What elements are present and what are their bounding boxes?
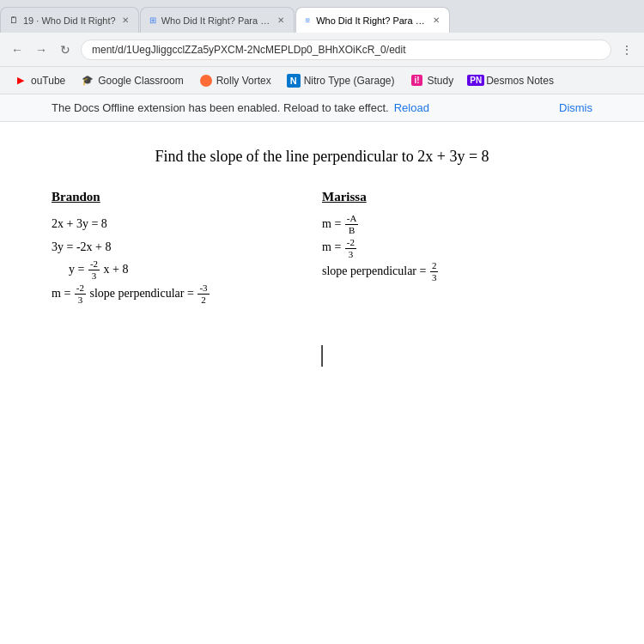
marissa-name: Marissa xyxy=(322,190,592,204)
back-button[interactable]: ← xyxy=(7,39,27,60)
brandon-frac2: -2 3 xyxy=(75,283,86,306)
dismiss-button[interactable]: Dismis xyxy=(559,101,592,114)
address-bar-row: ← → ↻ ment/d/1UegJliggcclZZa5yPXCM-2NcME… xyxy=(0,33,644,67)
brandon-line1: 2x + 3y = 8 xyxy=(52,213,322,236)
bookmark-study-label: Study xyxy=(428,75,454,87)
marissa-line1-prefix: m = xyxy=(322,217,344,230)
study-icon: i! xyxy=(410,74,424,88)
forward-button[interactable]: → xyxy=(31,39,52,60)
marissa-line2: m = -2 3 xyxy=(322,236,592,259)
bookmark-rolly-label: Rolly Vortex xyxy=(216,75,271,87)
tab-bar: 🗒 19 · Who Did It Right? ✕ ⊞ Who Did It … xyxy=(0,0,644,33)
brandon-frac3: -3 2 xyxy=(197,283,209,306)
desmos-icon: PN xyxy=(469,74,483,88)
info-bar-message: The Docs Offline extension has been enab… xyxy=(52,101,389,114)
brandon-frac1: -2 3 xyxy=(88,258,100,282)
reload-button[interactable]: ↻ xyxy=(55,39,76,60)
tab-2-close[interactable]: ✕ xyxy=(275,15,287,26)
tab-3[interactable]: ≡ Who Did It Right? Para & Perp - ✕ xyxy=(295,7,450,33)
brandon-line3-prefix: y = xyxy=(69,263,88,276)
tab-3-label: Who Did It Right? Para & Perp - xyxy=(316,15,426,26)
brandon-line3: y = -2 3 x + 8 xyxy=(52,258,322,282)
bookmark-nitro-label: Nitro Type (Garage) xyxy=(304,75,395,87)
rolly-icon xyxy=(199,74,213,88)
bookmark-study[interactable]: i! Study xyxy=(404,71,461,90)
brandon-m-label: m = xyxy=(52,287,74,300)
marissa-frac2: -2 3 xyxy=(345,237,356,260)
bookmark-nitro-type[interactable]: N Nitro Type (Garage) xyxy=(280,71,402,90)
tab-2[interactable]: ⊞ Who Did It Right? Para & Perp ✕ xyxy=(140,7,295,33)
brandon-work: 2x + 3y = 8 3y = -2x + 8 y = -2 3 x + 8 … xyxy=(52,213,322,306)
bookmark-google-classroom[interactable]: 🎓 Google Classroom xyxy=(74,71,190,90)
tab-3-close[interactable]: ✕ xyxy=(430,15,442,26)
browser-frame: 🗒 19 · Who Did It Right? ✕ ⊞ Who Did It … xyxy=(0,0,644,644)
bookmark-desmos-label: Desmos Notes xyxy=(486,75,554,87)
tab-1[interactable]: 🗒 19 · Who Did It Right? ✕ xyxy=(0,7,139,33)
brandon-line3-suffix: x + 8 xyxy=(104,263,129,276)
reload-link[interactable]: Reload xyxy=(394,101,429,114)
marissa-line1: m = -A B xyxy=(322,213,592,236)
info-bar: The Docs Offline extension has been enab… xyxy=(0,94,644,122)
solutions-container: Brandon 2x + 3y = 8 3y = -2x + 8 y = -2 … xyxy=(52,190,592,306)
document-title: Find the slope of the line perpendicular… xyxy=(52,148,592,166)
marissa-work: m = -A B m = -2 3 xyxy=(322,213,592,283)
extensions-button[interactable]: ⋮ xyxy=(617,39,637,60)
bookmarks-bar: ▶ ouTube 🎓 Google Classroom Rolly Vortex… xyxy=(0,67,644,94)
marissa-perp-label: slope perpendicular = xyxy=(322,264,429,277)
text-cursor-area: | xyxy=(52,340,592,368)
tab-1-close[interactable]: ✕ xyxy=(119,15,131,26)
tab-3-icon: ≡ xyxy=(303,15,313,27)
brandon-perp-label: slope perpendicular = xyxy=(89,287,197,300)
bookmark-youtube-label: ouTube xyxy=(31,75,65,87)
youtube-icon: ▶ xyxy=(14,74,27,88)
bookmark-rolly-vortex[interactable]: Rolly Vortex xyxy=(192,71,278,90)
bookmark-desmos[interactable]: PN Desmos Notes xyxy=(462,71,561,90)
marissa-column: Marissa m = -A B m = -2 xyxy=(322,190,592,306)
nitro-icon: N xyxy=(287,74,301,88)
brandon-name: Brandon xyxy=(52,190,322,204)
marissa-line2-prefix: m = xyxy=(322,240,344,253)
classroom-icon: 🎓 xyxy=(81,74,94,88)
text-cursor: | xyxy=(319,340,325,368)
marissa-frac3: 2 3 xyxy=(430,260,439,283)
tab-2-label: Who Did It Right? Para & Perp xyxy=(161,15,271,26)
bookmark-classroom-label: Google Classroom xyxy=(98,75,183,87)
bookmark-youtube[interactable]: ▶ ouTube xyxy=(7,71,72,90)
document-area: Find the slope of the line perpendicular… xyxy=(0,122,644,644)
nav-buttons: ← → ↻ xyxy=(7,39,76,60)
tab-1-icon: 🗒 xyxy=(8,15,20,27)
marissa-line3: slope perpendicular = 2 3 xyxy=(322,260,592,283)
address-input[interactable]: ment/d/1UegJliggcclZZa5yPXCM-2NcMEPLDp0_… xyxy=(81,39,611,60)
brandon-column: Brandon 2x + 3y = 8 3y = -2x + 8 y = -2 … xyxy=(52,190,322,306)
tab-2-icon: ⊞ xyxy=(148,15,158,27)
marissa-frac1: -A B xyxy=(345,213,359,236)
tab-1-label: 19 · Who Did It Right? xyxy=(23,15,116,26)
brandon-line4: m = -2 3 slope perpendicular = -3 2 xyxy=(52,283,322,306)
brandon-line2: 3y = -2x + 8 xyxy=(52,236,322,259)
